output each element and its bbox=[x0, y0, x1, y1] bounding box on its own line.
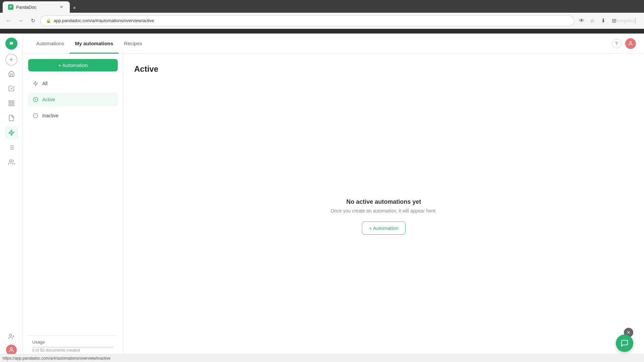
refresh-button[interactable]: ↻ bbox=[28, 16, 38, 25]
address-bar[interactable]: 🔒 app.pandadoc.com/a/#/automations/overv… bbox=[40, 15, 574, 26]
status-url: https://app.pandadoc.com/a/#/automations… bbox=[3, 356, 111, 361]
svg-rect-1 bbox=[9, 101, 11, 103]
empty-state-desc: Once you create an automation, it will a… bbox=[331, 208, 437, 214]
tab-my-automations[interactable]: My automations bbox=[69, 34, 118, 54]
menu-active[interactable]: Active bbox=[28, 93, 118, 106]
automation-icon-button[interactable] bbox=[5, 126, 18, 139]
top-tabs-bar: Automations My automations Recipes ? bbox=[23, 34, 644, 54]
analytics-icon-button[interactable] bbox=[5, 97, 18, 110]
svg-point-13 bbox=[9, 334, 12, 337]
empty-state: No active automations yet Once you creat… bbox=[134, 82, 633, 351]
user-avatar-top[interactable] bbox=[625, 38, 636, 49]
status-bar: https://app.pandadoc.com/a/#/automations… bbox=[0, 354, 644, 362]
tab-automations[interactable]: Automations bbox=[31, 34, 69, 54]
incognito-label: Incognito bbox=[620, 16, 629, 25]
tab-recipes[interactable]: Recipes bbox=[119, 34, 148, 54]
svg-marker-18 bbox=[34, 81, 38, 85]
new-tab-button[interactable]: + bbox=[70, 3, 79, 13]
svg-point-16 bbox=[10, 348, 12, 350]
contacts-icon-button[interactable] bbox=[5, 156, 18, 169]
add-automation-button[interactable]: + Automation bbox=[28, 59, 118, 71]
reader-mode-button[interactable]: 👁 bbox=[577, 16, 586, 25]
empty-state-title: No active automations yet bbox=[346, 198, 421, 205]
usage-label: Usage bbox=[32, 340, 114, 345]
main-content: Automations My automations Recipes ? bbox=[23, 34, 644, 362]
back-button[interactable]: ← bbox=[4, 16, 13, 25]
tab-title: PandaDoc bbox=[16, 5, 37, 10]
usage-text: 0 of 50 documents created bbox=[32, 348, 114, 353]
svg-rect-3 bbox=[12, 104, 14, 106]
help-button[interactable]: ? bbox=[612, 39, 621, 48]
svg-point-12 bbox=[9, 160, 12, 162]
add-contact-button[interactable] bbox=[5, 330, 18, 343]
browser-nav-bar: ← → ↻ 🔒 app.pandadoc.com/a/#/automations… bbox=[0, 13, 644, 29]
download-button[interactable]: ⬇ bbox=[598, 16, 608, 25]
icon-sidebar: + bbox=[0, 34, 23, 362]
active-tab[interactable]: P PandaDoc ✕ bbox=[3, 1, 70, 13]
add-new-button[interactable]: + bbox=[5, 54, 17, 66]
svg-marker-5 bbox=[9, 130, 14, 136]
home-icon-button[interactable] bbox=[5, 67, 18, 80]
menu-button[interactable]: ⋮ bbox=[631, 16, 640, 25]
browser-actions: 👁 ☆ ⬇ ⊞ Incognito ⋮ bbox=[577, 16, 640, 25]
menu-inactive-label: Inactive bbox=[42, 113, 58, 118]
browser-tab-bar: P PandaDoc ✕ + bbox=[0, 0, 644, 13]
menu-all-label: All bbox=[42, 81, 48, 86]
all-icon bbox=[32, 80, 39, 87]
chat-button[interactable] bbox=[616, 335, 633, 352]
usage-section: Usage 0 of 50 documents created bbox=[28, 335, 118, 357]
tab-close-button[interactable]: ✕ bbox=[58, 4, 64, 10]
tab-favicon: P bbox=[8, 4, 13, 10]
forward-button[interactable]: → bbox=[16, 16, 25, 25]
content-area: + Automation All bbox=[23, 54, 644, 362]
app-container: + bbox=[0, 34, 644, 362]
templates-icon-button[interactable] bbox=[5, 141, 18, 154]
automation-sidebar: + Automation All bbox=[23, 54, 123, 362]
inactive-icon bbox=[32, 112, 39, 119]
svg-point-17 bbox=[630, 42, 631, 43]
url-text: app.pandadoc.com/a/#/automations/overvie… bbox=[54, 18, 154, 23]
svg-marker-20 bbox=[35, 99, 37, 100]
main-panel: Active No active automations yet Once yo… bbox=[123, 54, 644, 362]
svg-rect-2 bbox=[12, 101, 14, 103]
app-logo[interactable] bbox=[5, 38, 17, 50]
active-icon bbox=[32, 96, 39, 103]
lock-icon: 🔒 bbox=[46, 18, 51, 23]
menu-all[interactable]: All bbox=[28, 77, 118, 90]
bookmark-button[interactable]: ☆ bbox=[588, 16, 597, 25]
documents-icon-button[interactable] bbox=[5, 111, 18, 125]
menu-inactive[interactable]: Inactive bbox=[28, 109, 118, 122]
svg-rect-4 bbox=[9, 104, 11, 106]
tasks-icon-button[interactable] bbox=[5, 82, 18, 95]
section-title: Active bbox=[134, 64, 158, 74]
menu-active-label: Active bbox=[42, 97, 55, 102]
icon-sidebar-nav bbox=[5, 67, 18, 328]
top-tab-actions: ? bbox=[612, 38, 636, 49]
empty-add-button[interactable]: + Automation bbox=[362, 222, 406, 235]
